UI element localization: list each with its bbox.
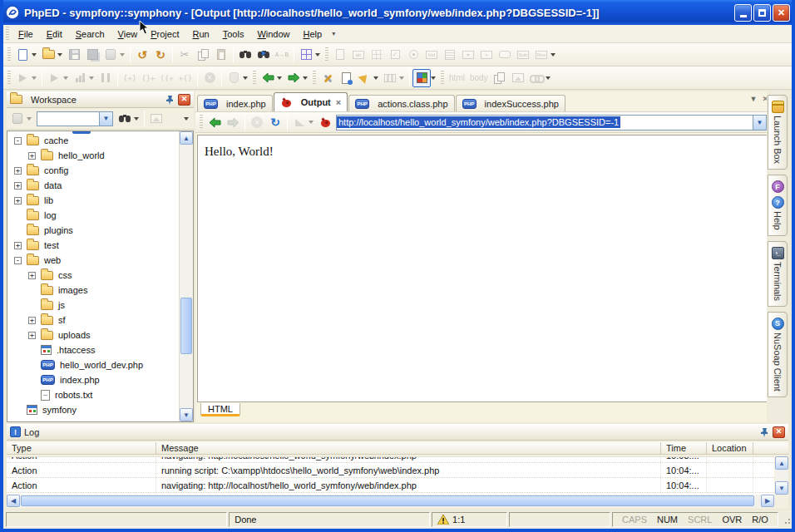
- tab-close-icon[interactable]: ×: [336, 97, 341, 107]
- form-grid-button[interactable]: [368, 46, 386, 64]
- menu-item[interactable]: Edit: [40, 27, 69, 41]
- measure-button[interactable]: [290, 113, 309, 131]
- workspace-pin-button[interactable]: [164, 94, 176, 106]
- workspace-find-dropdown-icon[interactable]: [134, 117, 139, 121]
- tree-item[interactable]: data: [7, 178, 178, 193]
- tree-item[interactable]: sf: [7, 313, 178, 328]
- browser-refresh-button[interactable]: ↻: [266, 113, 284, 131]
- scroll-up-icon[interactable]: ▲: [180, 131, 193, 145]
- toolbar-overflow-icon[interactable]: [431, 76, 436, 80]
- form-radio-button[interactable]: [404, 46, 422, 64]
- menu-item[interactable]: Window: [250, 27, 296, 41]
- browser-stop-button[interactable]: ✕: [248, 113, 266, 131]
- accounts-button[interactable]: [337, 69, 355, 87]
- form-combobox-button[interactable]: ▾: [459, 46, 477, 64]
- tree-item[interactable]: config: [7, 163, 178, 178]
- save-button[interactable]: [65, 46, 83, 64]
- run-debugger-dropdown-icon[interactable]: [63, 76, 68, 80]
- find-button[interactable]: [236, 46, 254, 64]
- insert-image-button[interactable]: [509, 69, 527, 87]
- publish-button[interactable]: [101, 46, 120, 64]
- tree-expander-icon[interactable]: [14, 137, 22, 145]
- form-reset-button[interactable]: Res: [532, 46, 551, 64]
- form-close-button[interactable]: ×: [477, 46, 496, 64]
- url-dropdown-icon[interactable]: ▼: [753, 116, 766, 130]
- menu-item[interactable]: Tools: [216, 27, 251, 41]
- log-vertical-scrollbar[interactable]: ▲ ▼: [775, 456, 788, 495]
- form-checkbox-button[interactable]: ✓: [386, 46, 404, 64]
- color-palette-button[interactable]: [412, 69, 431, 87]
- close-button[interactable]: ✕: [773, 4, 790, 22]
- settings-button[interactable]: [318, 69, 337, 87]
- profiler-button[interactable]: [71, 69, 89, 87]
- menu-item[interactable]: File: [12, 27, 40, 41]
- column-location[interactable]: Location: [707, 442, 753, 454]
- menu-item[interactable]: Run: [186, 27, 216, 41]
- log-pin-button[interactable]: [758, 426, 771, 438]
- scroll-down-icon[interactable]: ▼: [180, 408, 193, 421]
- log-horizontal-scrollbar[interactable]: ◀ ▶: [7, 495, 774, 507]
- paste-button[interactable]: [212, 46, 230, 64]
- body-tag-button[interactable]: body: [467, 69, 491, 87]
- deploy-button[interactable]: [355, 69, 373, 87]
- tree-item[interactable]: lib: [7, 193, 178, 208]
- workspace-close-button[interactable]: ✕: [178, 94, 190, 106]
- menu-item[interactable]: Help: [297, 27, 329, 41]
- toolbar-overflow-icon[interactable]: [315, 53, 320, 57]
- new-file-button[interactable]: [13, 46, 32, 64]
- tree-expander-icon[interactable]: [14, 242, 22, 249]
- step-out-button[interactable]: ({+: [158, 69, 176, 87]
- form-button-button[interactable]: [496, 46, 514, 64]
- run-button[interactable]: [13, 69, 32, 87]
- tree-expander-icon[interactable]: [14, 182, 22, 190]
- workspace-search-input[interactable]: ▼: [37, 111, 113, 126]
- tree-item[interactable]: index.php: [7, 372, 178, 387]
- step-over-button[interactable]: {}+: [139, 69, 157, 87]
- menu-item[interactable]: Search: [69, 27, 111, 41]
- form-hidden-button[interactable]: hid: [422, 46, 441, 64]
- tree-item[interactable]: robots.txt: [7, 387, 178, 402]
- toolbar-overflow-icon[interactable]: [546, 76, 551, 80]
- column-time[interactable]: Time: [661, 442, 707, 454]
- sidebar-tab[interactable]: NuSoap Client: [772, 316, 784, 393]
- tree-expander-icon[interactable]: [28, 272, 36, 279]
- tree-item[interactable]: plugins: [7, 223, 178, 238]
- sidebar-tab[interactable]: Launch Box: [772, 99, 784, 165]
- scrollbar-thumb[interactable]: [180, 298, 192, 354]
- navigate-forward-button[interactable]: [284, 69, 303, 87]
- publish-dropdown-icon[interactable]: [120, 53, 125, 57]
- browser-back-button[interactable]: [205, 113, 224, 131]
- run-to-cursor-button[interactable]: +{}: [176, 69, 195, 87]
- tree-expander-icon[interactable]: [28, 317, 36, 324]
- resize-grip[interactable]: [781, 515, 790, 525]
- form-textbox-button[interactable]: ab: [349, 46, 368, 64]
- open-file-dropdown-icon[interactable]: [57, 53, 62, 57]
- workspace-overflow-icon[interactable]: [184, 117, 189, 121]
- find-in-files-button[interactable]: [254, 46, 273, 64]
- redo-button[interactable]: ↻: [151, 46, 170, 64]
- tree-expander-icon[interactable]: [28, 332, 36, 339]
- tree-item[interactable]: cache: [7, 133, 178, 148]
- stop-button[interactable]: ✕: [200, 69, 219, 87]
- tree-item[interactable]: hello_world_dev.php: [7, 357, 178, 372]
- scroll-up-icon[interactable]: ▲: [775, 456, 788, 470]
- scrollbar-thumb[interactable]: [21, 495, 754, 506]
- workspace-sync-button[interactable]: [8, 110, 27, 128]
- tree-item[interactable]: images: [7, 283, 178, 298]
- deploy-dropdown-icon[interactable]: [373, 76, 378, 80]
- sidebar-tab[interactable]: Terminals: [772, 245, 784, 303]
- step-in-button[interactable]: {+}: [121, 69, 139, 87]
- log-row[interactable]: Action running script: C:\xampp\htdocs\h…: [7, 463, 774, 478]
- workspace-find-button[interactable]: [116, 110, 134, 128]
- tree-item[interactable]: js: [7, 298, 178, 313]
- url-input[interactable]: http://localhost/hello_world_symfony/web…: [336, 115, 767, 131]
- editor-tab[interactable]: Output ×: [274, 92, 348, 111]
- media-button[interactable]: [381, 69, 399, 87]
- new-file-dropdown-icon[interactable]: [32, 53, 37, 57]
- navigate-forward-dropdown-icon[interactable]: [303, 76, 308, 80]
- run-dropdown-icon[interactable]: [32, 76, 37, 80]
- log-row[interactable]: Action navigating: http://localhost/hell…: [7, 478, 774, 493]
- tab-scroll-icon[interactable]: ▼: [750, 95, 758, 103]
- media-dropdown-icon[interactable]: [399, 76, 404, 80]
- navigate-back-button[interactable]: [259, 69, 277, 87]
